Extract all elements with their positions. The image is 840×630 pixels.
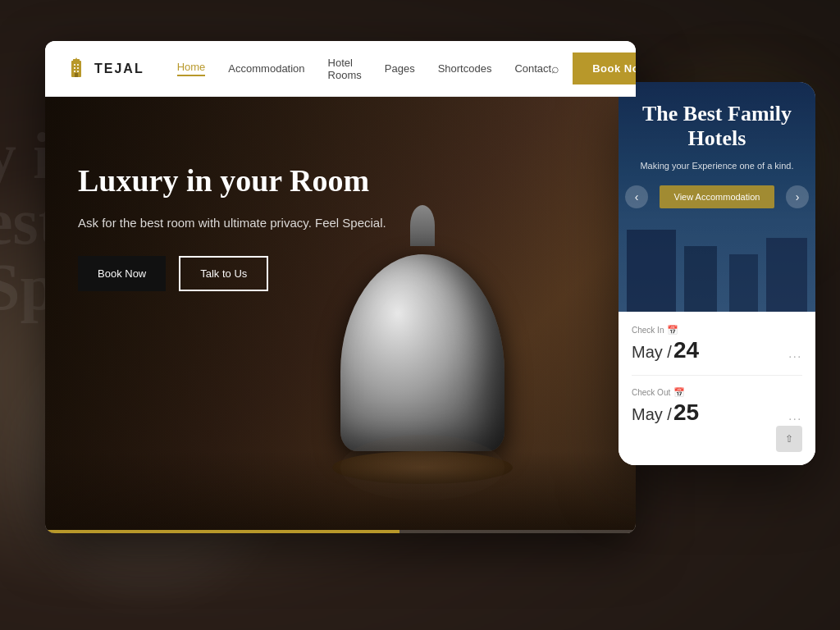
checkin-field: Check In 📅 May / 24 ... [632,325,802,363]
navbar: TEJAL Home Accommodation Hotel Rooms Pag… [45,41,636,97]
hero-subtitle: Ask for the best room with ultimate priv… [78,213,386,233]
checkin-month: May / [632,343,672,362]
svg-rect-3 [77,64,79,66]
hero-buttons: Book Now Talk to Us [78,256,386,291]
svg-rect-8 [75,73,78,77]
phone-booking: Check In 📅 May / 24 ... Check Out 📅 May … [619,312,815,465]
svg-rect-7 [77,71,79,72]
table-surface [45,451,636,533]
hero-talk-button[interactable]: Talk to Us [179,256,268,291]
hero-title: Luxury in your Room [78,162,386,200]
hero-section: Luxury in your Room Ask for the best roo… [45,97,636,533]
svg-rect-6 [74,71,75,72]
checkout-day: 25 [673,399,699,426]
logo-icon [65,57,88,80]
checkout-value: May / 25 ... [632,399,802,426]
checkout-label: Check Out 📅 [632,387,802,398]
phone-hero: The Best Family Hotels Making your Exper… [619,82,815,312]
checkout-field: Check Out 📅 May / 25 ... [632,387,802,426]
booking-divider [632,375,802,376]
progress-fill [45,530,399,533]
hero-book-now-button[interactable]: Book Now [78,256,166,291]
nav-home[interactable]: Home [177,61,206,76]
book-now-button[interactable]: Book Now [573,52,636,84]
view-accommodation-button[interactable]: View Accommodation [660,185,775,208]
carousel-next-button[interactable]: › [786,185,809,208]
nav-shortcodes[interactable]: Shortcodes [438,62,492,75]
logo-text: TEJAL [94,62,144,76]
nav-hotel-rooms[interactable]: Hotel Rooms [328,57,362,81]
nav-pages[interactable]: Pages [385,62,415,75]
phone-hero-title: The Best Family Hotels [632,102,802,151]
progress-bar [45,530,636,533]
checkin-day: 24 [673,337,699,363]
hero-content: Luxury in your Room Ask for the best roo… [78,162,386,291]
svg-rect-5 [77,67,79,69]
nav-links: Home Accommodation Hotel Rooms Pages Sho… [177,57,552,81]
nav-contact[interactable]: Contact [514,62,551,75]
checkin-value: May / 24 ... [632,337,802,363]
phone-widget: The Best Family Hotels Making your Exper… [619,82,815,465]
phone-hero-subtitle: Making your Experience one of a kind. [632,159,802,173]
search-icon[interactable]: ⌕ [551,62,559,76]
checkout-month: May / [632,405,672,424]
checkout-calendar-icon: 📅 [673,387,685,398]
nav-accommodation[interactable]: Accommodation [228,62,304,75]
carousel-prev-button[interactable]: ‹ [625,185,648,208]
checkin-dots[interactable]: ... [789,348,803,361]
phone-title-area: The Best Family Hotels Making your Exper… [632,102,802,208]
svg-rect-2 [74,64,75,66]
checkout-dots[interactable]: ... [789,410,803,423]
logo-area: TEJAL [65,57,144,80]
checkin-label: Check In 📅 [632,325,802,336]
svg-rect-4 [74,67,75,69]
browser-window: TEJAL Home Accommodation Hotel Rooms Pag… [45,41,636,533]
scroll-up-button[interactable]: ⇧ [776,426,802,452]
checkin-calendar-icon: 📅 [667,325,678,336]
